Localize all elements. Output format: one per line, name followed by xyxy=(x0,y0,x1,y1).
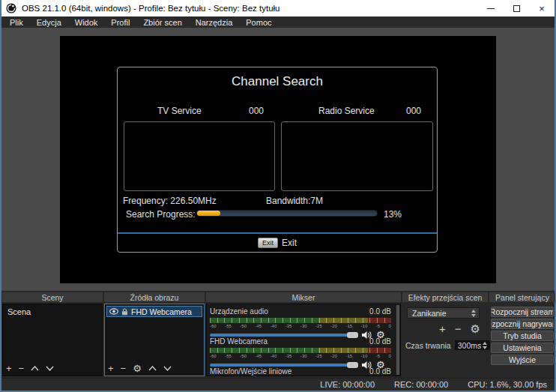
transitions-header: Efekty przejścia scen xyxy=(402,292,488,302)
transitions-body: Zanikanie + − ⚙ Czas trwania 300ms xyxy=(402,304,488,376)
channel-db: 0.0 dB xyxy=(369,367,391,376)
add-transition-button[interactable]: + xyxy=(439,323,446,334)
duration-input[interactable]: 300ms xyxy=(454,340,492,351)
preview-area: Channel Search TV Service 000 Radio Serv… xyxy=(1,28,555,291)
tv-service-label: TV Service xyxy=(157,106,202,116)
mixer-header: Mikser xyxy=(206,292,401,302)
menu-pomoc[interactable]: Pomoc xyxy=(239,18,278,27)
control-panel-body: Rozpocznij stream Rozpocznij nagrywanie … xyxy=(489,304,555,376)
move-source-down-button[interactable] xyxy=(163,366,172,371)
control-panel-header: Panel sterujący xyxy=(489,292,555,302)
add-scene-button[interactable]: + xyxy=(6,364,12,373)
scenes-dock: Sceny Scena + − xyxy=(2,292,103,376)
minimize-button[interactable] xyxy=(478,0,504,16)
exit-row: Exit Exit xyxy=(118,238,437,248)
frequency-text: Frequency: 226.50MHz xyxy=(123,196,217,206)
meter-scale: -60-55-50-45-40-35-30-25-20-15-10-50 xyxy=(210,324,391,328)
channel-db: 0.0 dB xyxy=(369,337,391,346)
move-scene-up-button[interactable] xyxy=(31,366,39,371)
obs-logo-icon xyxy=(6,3,16,13)
settings-button[interactable]: Ustawienia xyxy=(491,343,554,353)
video-canvas[interactable]: Channel Search TV Service 000 Radio Serv… xyxy=(60,36,496,283)
menu-plik[interactable]: Plik xyxy=(3,18,30,27)
mixer-channel-microphone: Mikrofon/Wejście liniowe 0.0 dB xyxy=(210,366,391,376)
duration-spinner-icon[interactable] xyxy=(481,342,489,349)
obs-window: OBS 21.1.0 (64bit, windows) - Profile: B… xyxy=(0,0,556,392)
menubar: Plik Edycja Widok Profil Zbiór scen Narz… xyxy=(1,16,555,28)
tv-service-value: 000 xyxy=(249,106,264,116)
studio-mode-button[interactable]: Tryb studia xyxy=(491,331,554,341)
remove-transition-button[interactable]: − xyxy=(455,323,462,334)
channel-search-dialog: Channel Search TV Service 000 Radio Serv… xyxy=(117,67,438,253)
radio-service-value: 000 xyxy=(406,106,421,116)
channel-name: Mikrofon/Wejście liniowe xyxy=(210,367,291,376)
volume-meter xyxy=(210,318,391,323)
duration-value: 300ms xyxy=(458,341,482,350)
menu-profil[interactable]: Profil xyxy=(104,18,136,27)
rec-time: REC: 00:00:00 xyxy=(394,380,448,389)
transition-properties-gear-button[interactable]: ⚙ xyxy=(471,323,480,334)
bandwidth-text: Bandwidth:7M xyxy=(266,196,323,206)
start-streaming-button[interactable]: Rozpocznij stream xyxy=(491,307,554,317)
channel-name: FHD Webcamera xyxy=(210,337,268,346)
exit-label: Exit xyxy=(282,238,297,248)
remove-scene-button[interactable]: − xyxy=(19,364,25,373)
exit-button[interactable]: Exit xyxy=(258,238,278,248)
maximize-icon xyxy=(513,5,520,12)
transition-select[interactable]: Zanikanie xyxy=(407,307,480,319)
mixer-body: Urządzenie audio 0.0 dB -60-55-50-45-40-… xyxy=(206,304,401,376)
add-source-button[interactable]: + xyxy=(108,364,114,373)
menu-narzedzia[interactable]: Narzędzia xyxy=(189,18,240,27)
radio-service-list xyxy=(281,121,433,191)
move-source-up-button[interactable] xyxy=(148,366,157,371)
statusbar: LIVE: 00:00:00 REC: 00:00:00 CPU: 1.6%, … xyxy=(1,378,555,391)
sources-toolbar: + − ⚙ xyxy=(108,364,172,373)
lock-icon[interactable] xyxy=(121,308,128,316)
mixer-channel-audio-device: Urządzenie audio 0.0 dB -60-55-50-45-40-… xyxy=(210,306,391,336)
transitions-dock: Efekty przejścia scen Zanikanie + − ⚙ Cz… xyxy=(402,292,488,376)
tv-service-list xyxy=(124,121,275,191)
dock-area: Sceny Scena + − Źródła obrazu FHD Webcam… xyxy=(1,291,555,378)
meter-scale: -60-55-50-45-40-35-30-25-20-15-10-50 xyxy=(210,354,391,358)
search-progress-fill xyxy=(197,211,220,216)
minimize-icon xyxy=(487,8,495,9)
menu-zbior-scen[interactable]: Zbiór scen xyxy=(136,18,188,27)
channel-db: 0.0 dB xyxy=(369,307,391,316)
dialog-title: Channel Search xyxy=(118,74,437,89)
scenes-toolbar: + − xyxy=(6,364,54,373)
source-properties-gear-button[interactable]: ⚙ xyxy=(133,364,142,373)
cpu-fps: CPU: 1.6%, 30.00 fps xyxy=(468,380,547,389)
scenes-header: Sceny xyxy=(2,292,103,302)
transition-selected-value: Zanikanie xyxy=(412,309,447,318)
quit-button[interactable]: Wyjście xyxy=(491,355,554,365)
mixer-channel-webcam: FHD Webcamera 0.0 dB -60-55-50-45-40-35-… xyxy=(210,336,391,366)
close-button[interactable]: × xyxy=(529,0,555,16)
dropdown-spinner-icon xyxy=(470,310,477,317)
source-item-selected[interactable]: FHD Webcamera xyxy=(106,306,202,317)
search-progress-percent: 13% xyxy=(384,209,402,220)
duration-row: Czas trwania 300ms xyxy=(405,340,485,351)
search-progress-label: Search Progress: xyxy=(126,209,196,220)
sources-header: Źródła obrazu xyxy=(104,292,205,302)
remove-source-button[interactable]: − xyxy=(121,364,127,373)
scenes-list: Scena + − xyxy=(2,304,103,376)
move-scene-down-button[interactable] xyxy=(46,366,54,371)
dialog-divider xyxy=(118,232,437,234)
visibility-eye-icon[interactable] xyxy=(109,308,118,315)
maximize-button[interactable] xyxy=(504,0,529,16)
channel-name: Urządzenie audio xyxy=(210,307,268,316)
sources-dock: Źródła obrazu FHD Webcamera + − ⚙ xyxy=(104,292,205,376)
search-progress-bar xyxy=(196,210,378,217)
menu-widok[interactable]: Widok xyxy=(68,18,105,27)
transitions-toolbar: + − ⚙ xyxy=(405,323,480,334)
window-title: OBS 21.1.0 (64bit, windows) - Profile: B… xyxy=(22,4,280,13)
volume-meter xyxy=(210,348,391,353)
menu-edycja[interactable]: Edycja xyxy=(30,18,68,27)
mixer-dock: Mikser Urządzenie audio 0.0 dB -60-55-50… xyxy=(206,292,401,376)
radio-service-label: Radio Service xyxy=(318,106,375,116)
mixer-scrollbar[interactable] xyxy=(396,305,399,375)
duration-label: Czas trwania xyxy=(405,341,451,350)
start-recording-button[interactable]: Rozpocznij nagrywanie xyxy=(491,319,554,329)
control-panel-dock: Panel sterujący Rozpocznij stream Rozpoc… xyxy=(489,292,555,376)
scene-item[interactable]: Scena xyxy=(3,304,102,319)
